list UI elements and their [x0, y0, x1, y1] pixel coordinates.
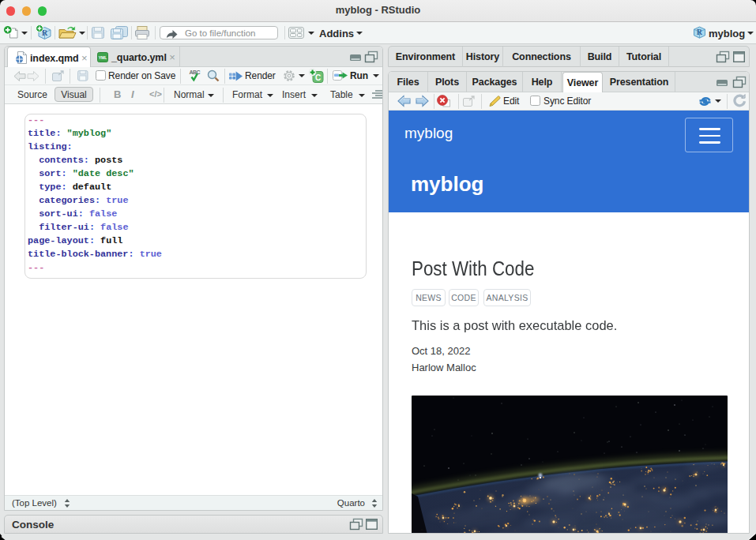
- svg-text:ABC: ABC: [190, 69, 201, 75]
- svg-text:R: R: [697, 28, 702, 36]
- svg-text:YML: YML: [99, 55, 108, 60]
- svg-text:C: C: [315, 73, 321, 82]
